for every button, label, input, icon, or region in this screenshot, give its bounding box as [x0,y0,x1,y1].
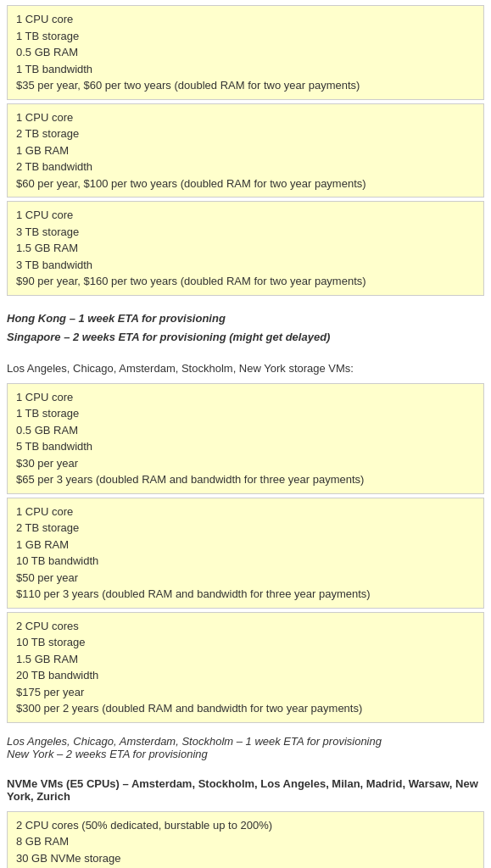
plan-spec: 1 GB RAM [16,537,475,554]
plan-spec: 30 GB NVMe storage [16,850,475,867]
plan-spec: 3 TB bandwidth [16,257,475,274]
plan-spec: 1 GB RAM [16,142,475,159]
plan-spec: 1 TB storage [16,28,475,45]
hk-sg-eta: Hong Kong – 1 week ETA for provisioning … [0,304,491,350]
nvme-title: NVMe VMs (E5 CPUs) – Amsterdam, Stockhol… [0,772,491,806]
plan-spec: 2 TB storage [16,520,475,537]
plan-spec: 10 TB bandwidth [16,553,475,570]
plan-price: $110 per 3 years (doubled RAM and bandwi… [16,586,475,603]
plan-price: $90 per year, $160 per two years (double… [16,273,475,290]
storage-la-eta-text: Los Angeles, Chicago, Amsterdam, Stockho… [7,735,484,748]
nvme-plans-section: 2 CPU cores (50% dedicated, burstable up… [0,806,491,868]
storage-plan-3: 2 CPU cores 10 TB storage 1.5 GB RAM 20 … [7,612,484,723]
hk-sg-plan-3: 1 CPU core 3 TB storage 1.5 GB RAM 3 TB … [7,201,484,296]
nvme-plan-1: 2 CPU cores (50% dedicated, burstable up… [7,811,484,868]
storage-plan-1: 1 CPU core 1 TB storage 0.5 GB RAM 5 TB … [7,383,484,494]
storage-eta: Los Angeles, Chicago, Amsterdam, Stockho… [0,732,491,765]
plan-spec: 1 CPU core [16,109,475,126]
plan-spec: 8 GB RAM [16,833,475,850]
hk-sg-plan-2: 1 CPU core 2 TB storage 1 GB RAM 2 TB ba… [7,103,484,198]
plan-spec: 2 CPU cores (50% dedicated, burstable up… [16,817,475,834]
hk-eta-text: Hong Kong – 1 week ETA for provisioning [7,309,484,328]
plan-price: $30 per year [16,455,475,472]
plan-spec: 2 TB bandwidth [16,159,475,175]
plan-spec: 0.5 GB RAM [16,422,475,439]
plan-spec: 1 TB bandwidth [16,61,475,78]
plan-spec: 1 CPU core [16,389,475,406]
plan-spec: 0.5 GB RAM [16,44,475,61]
storage-plan-2: 1 CPU core 2 TB storage 1 GB RAM 10 TB b… [7,498,484,609]
sg-eta-text: Singapore – 2 weeks ETA for provisioning… [7,328,484,347]
hk-sg-plan-1: 1 CPU core 1 TB storage 0.5 GB RAM 1 TB … [7,5,484,100]
plan-price: $175 per year [16,684,475,701]
plan-spec: 10 TB storage [16,634,475,651]
plan-spec: 1 TB storage [16,405,475,422]
plan-spec: 5 TB bandwidth [16,438,475,455]
plan-price: $65 per 3 years (doubled RAM and bandwid… [16,471,475,488]
plan-spec: 3 TB storage [16,224,475,241]
plan-spec: 20 TB bandwidth [16,667,475,684]
plan-spec: 2 TB storage [16,125,475,142]
hk-sg-plans-section: 1 CPU core 1 TB storage 0.5 GB RAM 1 TB … [0,0,491,304]
plan-spec: 1 CPU core [16,207,475,224]
storage-title-text: Los Angeles, Chicago, Amsterdam, Stockho… [7,362,354,375]
storage-plans-section: 1 CPU core 1 TB storage 0.5 GB RAM 5 TB … [0,378,491,732]
plan-spec: 1 CPU core [16,504,475,520]
plan-price: $50 per year [16,570,475,587]
plan-spec: 2 CPU cores [16,618,475,635]
plan-price: $60 per year, $100 per two years (double… [16,175,475,192]
storage-vms-title: Los Angeles, Chicago, Amsterdam, Stockho… [0,357,491,378]
nvme-title-text: NVMe VMs (E5 CPUs) – Amsterdam, Stockhol… [7,777,478,803]
plan-price: $35 per year, $60 per two years (doubled… [16,77,475,94]
plan-price: $300 per 2 years (doubled RAM and bandwi… [16,700,475,717]
plan-spec: 1 CPU core [16,11,475,28]
plan-spec: 1.5 GB RAM [16,240,475,257]
storage-ny-eta-text: New York – 2 weeks ETA for provisioning [7,748,484,760]
plan-spec: 1.5 GB RAM [16,651,475,668]
